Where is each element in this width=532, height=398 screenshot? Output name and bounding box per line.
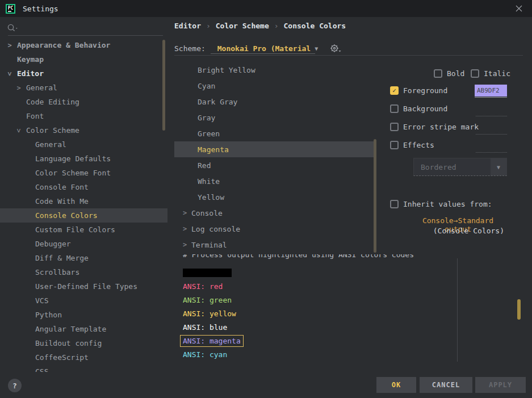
- foreground-checkbox[interactable]: ✓: [390, 86, 399, 95]
- attribute-item-green[interactable]: Green: [174, 125, 374, 141]
- attribute-item-bright-yellow[interactable]: Bright Yellow: [174, 62, 374, 78]
- pycharm-logo-icon: PC: [6, 4, 15, 14]
- sidebar-item-console-font[interactable]: Console Font: [0, 180, 167, 194]
- sidebar-item-python[interactable]: Python: [0, 308, 167, 322]
- inherit-source-scheme: (Console Colors): [412, 227, 504, 235]
- console-line-text: ANSI: magenta: [180, 335, 244, 347]
- sidebar-item-coffeescript[interactable]: CoffeeScript: [0, 350, 167, 365]
- window-title: Settings: [23, 5, 58, 13]
- expand-arrow-icon[interactable]: >: [183, 241, 187, 249]
- sidebar-item-label: Console Font: [35, 183, 89, 191]
- effects-color-field[interactable]: [476, 152, 507, 153]
- sidebar-item-label: VCS: [35, 296, 48, 305]
- cancel-button[interactable]: CANCEL: [420, 377, 472, 393]
- sidebar-item-code-editing[interactable]: Code Editing: [0, 95, 167, 109]
- attribute-group-log-console[interactable]: >Log console: [174, 221, 374, 237]
- bold-option: Bold: [434, 69, 464, 78]
- inherit-label: Inherit values from:: [403, 200, 492, 208]
- error-stripe-color-field[interactable]: [476, 134, 507, 135]
- sidebar-item-label: Editor: [17, 69, 44, 78]
- attribute-group-terminal[interactable]: >Terminal: [174, 237, 374, 253]
- effect-type-dropdown[interactable]: Bordered ▼: [413, 158, 507, 176]
- sidebar-item-console-colors[interactable]: Console Colors: [0, 208, 167, 223]
- foreground-option: ✓ Foreground: [390, 86, 447, 95]
- foreground-color-field[interactable]: AB9DF2: [475, 85, 507, 98]
- expand-arrow-icon[interactable]: >: [15, 84, 22, 92]
- sidebar-item-angular-template[interactable]: Angular Template: [0, 322, 167, 336]
- sidebar-item-color-scheme[interactable]: >Color Scheme: [0, 123, 167, 137]
- collapse-arrow-icon[interactable]: >: [15, 127, 23, 134]
- attribute-item-gray[interactable]: Gray: [174, 110, 374, 125]
- italic-label: Italic: [484, 69, 510, 78]
- sidebar-item-code-with-me[interactable]: Code With Me: [0, 194, 167, 208]
- apply-button[interactable]: APPLY: [475, 377, 526, 393]
- inherit-checkbox[interactable]: [390, 200, 399, 208]
- attribute-group-label: Log console: [191, 225, 240, 233]
- sidebar-item-user-defined-file-types[interactable]: User-Defined File Types: [0, 279, 167, 294]
- scheme-value: Monokai Pro (Material: [217, 44, 311, 53]
- scheme-gear-icon[interactable]: [329, 43, 342, 55]
- scheme-dropdown[interactable]: Monokai Pro (Material ▼: [217, 44, 318, 53]
- sidebar-item-appearance-behavior[interactable]: >Appearance & Behavior: [0, 38, 167, 52]
- attribute-item-cyan[interactable]: Cyan: [174, 78, 374, 94]
- effects-label: Effects: [403, 141, 434, 149]
- background-color-field[interactable]: [476, 116, 507, 116]
- bold-checkbox[interactable]: [434, 69, 442, 78]
- attribute-list-scrollbar[interactable]: [374, 139, 376, 253]
- tree-scrollbar[interactable]: [162, 40, 165, 131]
- effects-checkbox[interactable]: [390, 141, 399, 149]
- search-icon[interactable]: [7, 23, 19, 33]
- sidebar-item-scrollbars[interactable]: Scrollbars: [0, 265, 167, 279]
- italic-checkbox[interactable]: [471, 69, 479, 78]
- sidebar-item-keymap[interactable]: Keymap: [0, 52, 167, 66]
- sidebar-item-label: Console Colors: [35, 211, 98, 220]
- sidebar-item-label: Font: [26, 112, 44, 120]
- help-button[interactable]: ?: [8, 379, 22, 392]
- ok-button[interactable]: OK: [376, 377, 416, 393]
- expand-arrow-icon[interactable]: >: [183, 225, 187, 233]
- foreground-label: Foreground: [403, 86, 447, 95]
- sidebar-item-general[interactable]: General: [0, 137, 167, 152]
- breadcrumb-item-color-scheme[interactable]: Color Scheme: [216, 22, 269, 30]
- close-icon[interactable]: [513, 3, 525, 14]
- sidebar-item-color-scheme-font[interactable]: Color Scheme Font: [0, 166, 167, 180]
- settings-tree: >Appearance & BehaviorKeymap>Editor>Gene…: [0, 38, 167, 372]
- sidebar-item-label: Scrollbars: [35, 268, 79, 276]
- sidebar-item-label: Python: [35, 311, 62, 319]
- attribute-item-white[interactable]: White: [174, 173, 374, 189]
- sidebar-item-vcs[interactable]: VCS: [0, 294, 167, 308]
- expand-arrow-icon[interactable]: >: [183, 209, 187, 217]
- preview-scrollbar[interactable]: [517, 299, 521, 320]
- attribute-group-console[interactable]: >Console: [174, 205, 374, 221]
- console-preview: ANSI: blackANSI: redANSI: greenANSI: yel…: [183, 266, 455, 361]
- scheme-label: Scheme:: [174, 44, 206, 53]
- sidebar-item-font[interactable]: Font: [0, 109, 167, 123]
- background-checkbox[interactable]: [390, 104, 399, 113]
- sidebar-item-custom-file-colors[interactable]: Custom File Colors: [0, 223, 167, 237]
- console-line-ansi-magenta: ANSI: magenta: [183, 334, 455, 347]
- sidebar-item-buildout-config[interactable]: Buildout config: [0, 336, 167, 350]
- attribute-item-label: Bright Yellow: [198, 66, 255, 74]
- breadcrumb-item-console-colors[interactable]: Console Colors: [284, 22, 346, 30]
- console-line-text: ANSI: red: [183, 282, 223, 291]
- attribute-item-magenta[interactable]: Magenta: [174, 141, 374, 157]
- sidebar-item-label: Debugger: [35, 240, 71, 248]
- collapse-arrow-icon[interactable]: >: [6, 70, 14, 77]
- attribute-item-label: Red: [198, 161, 211, 170]
- sidebar-item-css[interactable]: CSS: [0, 365, 167, 372]
- error-stripe-checkbox[interactable]: [390, 123, 399, 131]
- sidebar-item-diff-merge[interactable]: Diff & Merge: [0, 251, 167, 265]
- search-field[interactable]: [0, 22, 167, 36]
- sidebar-item-editor[interactable]: >Editor: [0, 66, 167, 81]
- attribute-item-dark-gray[interactable]: Dark Gray: [174, 94, 374, 110]
- expand-arrow-icon[interactable]: >: [6, 41, 13, 49]
- breadcrumb-item-editor[interactable]: Editor: [174, 22, 201, 30]
- scheme-underline: [211, 53, 315, 54]
- sidebar-item-general[interactable]: >General: [0, 81, 167, 95]
- attribute-item-red[interactable]: Red: [174, 157, 374, 173]
- sidebar-item-debugger[interactable]: Debugger: [0, 237, 167, 251]
- foreground-color-swatch[interactable]: AB9DF2: [475, 85, 507, 97]
- error-stripe-label: Error stripe mark: [403, 123, 479, 131]
- attribute-item-yellow[interactable]: Yellow: [174, 189, 374, 205]
- sidebar-item-language-defaults[interactable]: Language Defaults: [0, 152, 167, 166]
